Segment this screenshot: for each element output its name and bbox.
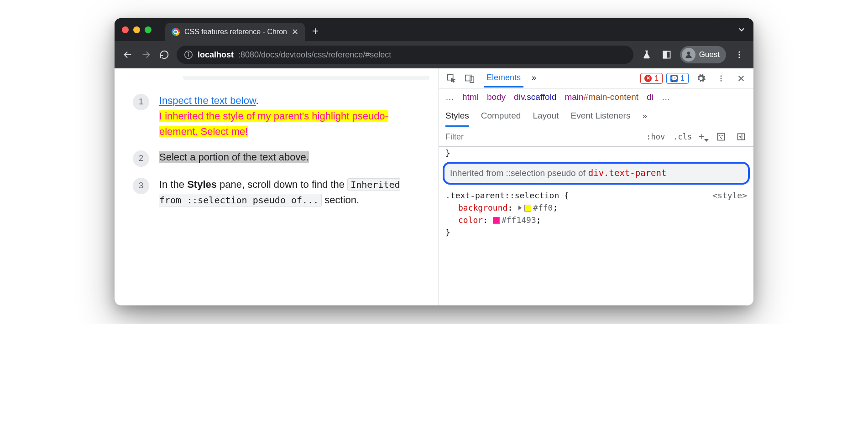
step-number: 2	[133, 150, 149, 167]
settings-gear-icon[interactable]	[693, 71, 709, 86]
tab-elements[interactable]: Elements	[484, 69, 523, 88]
color-swatch-yellow[interactable]	[524, 205, 531, 212]
content-area: 1 Inspect the text below. I inherited th…	[115, 68, 753, 305]
tab-styles[interactable]: Styles	[445, 106, 469, 127]
computed-styles-icon[interactable]	[713, 129, 729, 145]
tab-layout[interactable]: Layout	[533, 106, 559, 127]
declaration-color[interactable]: color: #ff1493;	[445, 214, 747, 226]
css-prop: color	[458, 215, 483, 225]
back-button[interactable]	[122, 50, 134, 60]
kebab-menu-icon[interactable]	[713, 71, 729, 86]
tab-event-listeners[interactable]: Event Listeners	[570, 106, 630, 127]
step-body: Select a portion of the text above.	[159, 150, 425, 167]
svg-point-4	[188, 52, 189, 53]
devtools-top-right: ✕ 1 💬 1	[640, 71, 749, 86]
steps-list: 1 Inspect the text below. I inherited th…	[133, 93, 425, 208]
rule-header: .text-parent::selection { <style>	[445, 189, 747, 201]
errors-badge[interactable]: ✕ 1	[640, 73, 663, 84]
devtools-panel: Elements » ✕ 1 💬 1	[439, 68, 753, 305]
address-bar[interactable]: localhost:8080/docs/devtools/css/referen…	[177, 46, 633, 64]
step3-bold: Styles	[187, 179, 217, 190]
hov-toggle[interactable]: :hov	[644, 131, 667, 142]
crumb-ellipsis-right[interactable]: …	[662, 92, 670, 102]
tab-more[interactable]: »	[529, 69, 539, 88]
issues-badge[interactable]: 💬 1	[666, 73, 689, 84]
profile-chip[interactable]: Guest	[680, 46, 726, 63]
svg-point-15	[721, 77, 722, 79]
svg-point-9	[738, 54, 740, 55]
inherited-from-bar[interactable]: Inherited from ::selection pseudo of div…	[443, 162, 750, 185]
styles-tabstrip: Styles Computed Layout Event Listeners »	[439, 106, 753, 127]
tab-search-chevron-icon[interactable]	[737, 25, 746, 34]
new-tab-button[interactable]: +	[312, 25, 319, 37]
inspect-element-icon[interactable]	[444, 71, 459, 86]
minimize-window-button[interactable]	[133, 26, 140, 33]
closing-brace-prev: }	[439, 147, 753, 159]
url-host: localhost	[198, 50, 234, 60]
maximize-window-button[interactable]	[145, 26, 152, 33]
devtools-top-bar: Elements » ✕ 1 💬 1	[439, 68, 753, 88]
error-icon: ✕	[644, 75, 652, 82]
highlighted-text[interactable]: I inherited the style of my parent's hig…	[159, 110, 388, 137]
styles-filter-input[interactable]	[444, 129, 640, 145]
browser-tab[interactable]: CSS features reference - Chron ✕	[165, 23, 305, 41]
css-value: #ff0	[533, 203, 553, 212]
step3-b: pane, scroll down to find the	[217, 179, 347, 190]
step3-c: section.	[322, 194, 359, 206]
new-style-rule-button[interactable]: +	[698, 131, 709, 143]
svg-rect-20	[738, 134, 745, 139]
titlebar: CSS features reference - Chron ✕ +	[115, 18, 753, 41]
declaration-background[interactable]: background: #ff0;	[445, 201, 747, 214]
expand-shorthand-icon[interactable]	[518, 206, 522, 210]
errors-count: 1	[654, 74, 659, 83]
closing-brace: }	[445, 226, 747, 238]
inspect-link[interactable]: Inspect the text below	[159, 95, 256, 106]
reading-list-icon[interactable]	[660, 50, 674, 59]
step-1: 1 Inspect the text below. I inherited th…	[133, 93, 425, 139]
step-3: 3 In the Styles pane, scroll down to fin…	[133, 177, 425, 208]
close-window-button[interactable]	[122, 26, 129, 33]
cls-toggle[interactable]: .cls	[671, 131, 694, 142]
crumb-main[interactable]: main#main-content	[565, 92, 638, 102]
step-number: 1	[133, 94, 149, 110]
css-rule: .text-parent::selection { <style> backgr…	[439, 187, 753, 243]
tab-computed[interactable]: Computed	[481, 106, 521, 127]
tab-styles-more[interactable]: »	[642, 106, 647, 127]
inherit-label: Inherited from ::selection pseudo of	[450, 167, 586, 180]
rule-selector[interactable]: .text-parent::selection {	[445, 189, 569, 201]
step-number: 3	[133, 178, 149, 194]
labs-icon[interactable]	[640, 50, 654, 60]
site-info-icon[interactable]	[184, 50, 193, 59]
step-body: Inspect the text below. I inherited the …	[159, 93, 425, 139]
css-prop: background	[458, 203, 507, 212]
step1-suffix: .	[256, 95, 259, 106]
rule-source-link[interactable]: <style>	[712, 189, 747, 201]
step-2: 2 Select a portion of the text above.	[133, 150, 425, 167]
svg-point-7	[687, 52, 690, 55]
avatar-icon	[682, 48, 695, 62]
svg-rect-13	[470, 77, 474, 83]
browser-menu-button[interactable]	[732, 50, 746, 59]
styles-body: } Inherited from ::selection pseudo of d…	[439, 147, 753, 305]
rendered-page: 1 Inspect the text below. I inherited th…	[115, 68, 439, 305]
svg-rect-6	[663, 52, 666, 58]
crumb-ellipsis[interactable]: …	[445, 92, 454, 102]
toggle-sidebar-icon[interactable]	[733, 129, 749, 145]
profile-label: Guest	[699, 50, 720, 59]
crumb-body[interactable]: body	[487, 92, 506, 102]
crumb-html[interactable]: html	[462, 92, 479, 102]
crumb-div[interactable]: div.scaffold	[514, 92, 556, 102]
forward-button[interactable]	[140, 50, 152, 60]
inherit-selector: div.text-parent	[588, 166, 667, 180]
devtools-main-tabs: Elements »	[484, 69, 539, 88]
close-devtools-icon[interactable]	[733, 71, 749, 86]
chrome-favicon-icon	[172, 28, 180, 36]
device-toolbar-icon[interactable]	[462, 71, 477, 86]
browser-toolbar: localhost:8080/docs/devtools/css/referen…	[115, 41, 753, 68]
color-swatch-pink[interactable]	[493, 217, 500, 224]
crumb-tail[interactable]: di	[647, 92, 654, 102]
reload-button[interactable]	[158, 50, 170, 60]
dom-breadcrumb[interactable]: … html body div.scaffold main#main-conte…	[439, 88, 753, 106]
styles-filter-row: :hov .cls +	[439, 127, 753, 147]
close-tab-button[interactable]: ✕	[292, 27, 298, 37]
